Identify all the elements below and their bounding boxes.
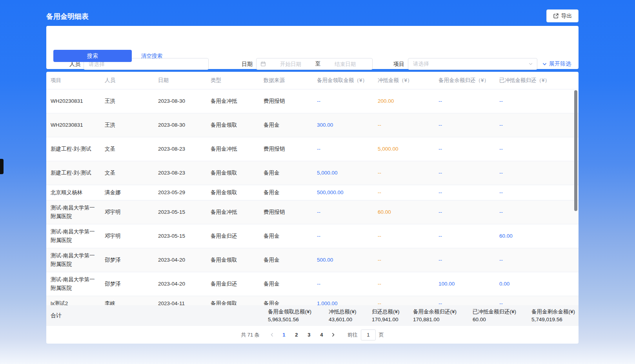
cell-type: 备用金领取 (211, 186, 264, 199)
search-button[interactable]: 搜索 (53, 50, 132, 62)
table-row: lx测试2李峡2023-04-11备用金领取备用金1,000.00------ (46, 296, 579, 305)
cell-person: 王洪 (105, 95, 158, 108)
table-row: 新建工程-刘-测试文圣2023-08-23备用金冲抵费用报销--5,000.00… (46, 137, 579, 161)
cell-source: 备用金 (264, 297, 317, 305)
cell-person: 满金娜 (105, 186, 158, 199)
summary-item-label: 备用金领取总额(¥) (268, 308, 329, 316)
cell-amount-offset: -- (378, 118, 438, 132)
cell-amount-received: -- (317, 95, 378, 108)
summary-item-value: 5,963,501.56 (268, 316, 329, 324)
cell-person: 王洪 (105, 118, 158, 132)
cell-amount-offset: -- (378, 253, 438, 267)
cell-offset-returned: -- (499, 95, 579, 108)
summary-item-label: 备用金剩余金额(¥) (531, 308, 579, 316)
cell-balance-returned: -- (438, 166, 499, 180)
cell-date: 2023-08-30 (158, 95, 211, 108)
expand-filters-label: 展开筛选 (549, 60, 571, 67)
cell-amount-received: -- (317, 206, 378, 219)
cell-type: 备用金冲抵 (211, 95, 264, 108)
summary-item-label: 归还总额(¥) (372, 308, 413, 316)
cell-source: 费用报销 (264, 142, 317, 156)
start-date-input[interactable] (267, 61, 314, 67)
column-header: 数据来源 (264, 77, 317, 84)
cell-amount-received: -- (317, 277, 378, 291)
project-select[interactable]: 请选择 (408, 58, 537, 70)
goto-page-label: 前往 (348, 331, 358, 339)
cell-project: WH20230831 (51, 118, 105, 132)
cell-person: 文圣 (105, 142, 158, 156)
summary-item: 备用金剩余金额(¥)5,749,019.56 (531, 308, 579, 323)
summary-item: 冲抵总额(¥)43,601.00 (329, 308, 372, 323)
export-icon (553, 13, 559, 19)
next-page-icon[interactable] (328, 329, 339, 340)
cell-source: 备用金 (264, 253, 317, 267)
cell-source: 费用报销 (264, 206, 317, 219)
column-header: 人员 (105, 77, 158, 84)
cell-project: 新建工程-刘-测试 (51, 166, 105, 180)
export-button[interactable]: 导出 (546, 9, 579, 22)
vertical-scrollbar[interactable] (574, 90, 577, 211)
summary-item-label: 已冲抵金额归还(¥) (473, 308, 531, 316)
cell-project: 新建工程-刘-测试 (51, 142, 105, 156)
page-unit-label: 页 (379, 331, 384, 339)
clear-search-link[interactable]: 清空搜索 (141, 53, 162, 60)
column-header: 备用金余额归还（¥） (438, 77, 499, 84)
project-filter-label: 项目 (393, 61, 404, 68)
summary-item-value: 170,881.00 (413, 316, 473, 324)
cell-amount-received: 500,000.00 (317, 186, 378, 199)
cell-offset-returned: -- (499, 142, 579, 156)
table-row: 测试-南昌大学第一附属医院邵梦泽2023-04-20备用金归还备用金----10… (46, 272, 579, 296)
table-row: 北京顺义杨林满金娜2023-05-29备用金领取备用金500,000.00---… (46, 185, 579, 200)
date-filter-label: 日期 (242, 61, 253, 68)
cell-type: 备用金领取 (211, 166, 264, 180)
cell-date: 2023-05-15 (158, 229, 211, 243)
summary-item: 备用金余额归还(¥)170,881.00 (413, 308, 473, 323)
goto-page-input[interactable] (361, 329, 376, 340)
filter-panel: 人员 日期 至 项目 请选择 展开筛选 搜索 清空搜索 (46, 26, 579, 69)
column-header: 项目 (51, 77, 105, 84)
column-header: 冲抵金额（¥） (378, 77, 438, 84)
page-number-4[interactable]: 4 (317, 329, 327, 340)
cell-date: 2023-05-15 (158, 206, 211, 219)
column-header: 已冲抵金额归还（¥） (499, 77, 579, 84)
table-row: WH20230831王洪2023-08-30备用金冲抵费用报销--200.00-… (46, 89, 579, 113)
cell-type: 备用金领取 (211, 253, 264, 267)
cell-offset-returned: 60.00 (499, 229, 579, 243)
sidebar-collapse-handle[interactable] (0, 159, 4, 174)
cell-amount-received: 300.00 (317, 118, 378, 132)
cell-type: 备用金归还 (211, 229, 264, 243)
summary-item: 归还总额(¥)170,941.00 (372, 308, 413, 323)
project-select-placeholder: 请选择 (413, 60, 429, 67)
summary-item: 备用金领取总额(¥)5,963,501.56 (268, 308, 329, 323)
cell-project: 测试-南昌大学第一附属医院 (51, 273, 105, 295)
expand-filters-link[interactable]: 展开筛选 (542, 60, 571, 67)
cell-date: 2023-08-23 (158, 166, 211, 180)
summary-item-value: 5,749,019.56 (531, 316, 579, 324)
cell-person: 邵梦泽 (105, 277, 158, 291)
cell-offset-returned: -- (499, 206, 579, 219)
pagination-bar: 共 71 条 1234 前往 页 (46, 326, 579, 344)
cell-balance-returned: -- (438, 229, 499, 243)
date-range-picker[interactable]: 至 (256, 58, 373, 70)
page-number-3[interactable]: 3 (304, 329, 314, 340)
end-date-input[interactable] (322, 61, 368, 67)
column-header: 备用金领取金额（¥） (317, 77, 378, 84)
pagination-total-count: 共 71 条 (241, 331, 260, 339)
cell-offset-returned: 0.00 (499, 277, 579, 291)
summary-item-label: 冲抵总额(¥) (329, 308, 372, 316)
previous-page-icon[interactable] (267, 329, 278, 340)
cell-offset-returned: -- (499, 118, 579, 132)
cell-amount-offset: 5,000.00 (378, 142, 438, 156)
cell-amount-offset: -- (378, 277, 438, 291)
page-number-1[interactable]: 1 (279, 329, 289, 340)
cell-balance-returned: 100.00 (438, 277, 499, 291)
cell-person: 李峡 (105, 297, 158, 305)
cell-project: WH20230831 (51, 95, 105, 108)
cell-person: 邓宇明 (105, 206, 158, 219)
summary-item-value: 43,601.00 (329, 316, 372, 324)
cell-amount-offset: -- (378, 297, 438, 305)
page-number-2[interactable]: 2 (291, 329, 302, 340)
cell-date: 2023-08-30 (158, 118, 211, 132)
table-row: 测试-南昌大学第一附属医院邵梦泽2023-04-20备用金领取备用金500.00… (46, 248, 579, 272)
summary-item-label: 备用金余额归还(¥) (413, 308, 473, 316)
